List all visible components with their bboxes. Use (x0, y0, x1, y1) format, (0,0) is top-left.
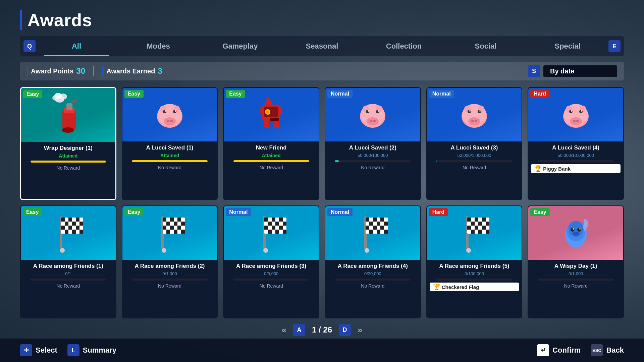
svg-point-37 (373, 120, 376, 122)
reward-section: No Reward (528, 283, 623, 289)
svg-rect-111 (366, 218, 369, 222)
progress-bar (436, 279, 512, 281)
tab-gameplay[interactable]: Gameplay (199, 36, 281, 56)
difficulty-badge: Easy (226, 90, 245, 98)
award-name: A Race among Friends (4) (335, 260, 411, 271)
svg-rect-102 (264, 226, 268, 230)
svg-rect-106 (275, 230, 279, 234)
award-card-0[interactable]: Easy Wrap Designer (1) Attained No Rewa (20, 87, 116, 200)
select-action: ✛ Select (20, 344, 57, 356)
award-card-5[interactable]: Hard A Lucci Saved (4) 50,000/10,000,000 (528, 87, 624, 200)
attained-text: Attained (59, 153, 77, 159)
award-card-8[interactable]: Normal A Race among Friends (3) 0/5,000 … (223, 205, 319, 318)
svg-rect-89 (177, 226, 181, 230)
svg-point-16 (163, 110, 166, 113)
svg-rect-137 (486, 230, 489, 234)
tab-modes[interactable]: Modes (117, 36, 199, 56)
tab-special[interactable]: Special (527, 36, 608, 56)
svg-rect-25 (260, 107, 264, 114)
award-points-value: 30 (76, 66, 85, 76)
svg-point-35 (367, 117, 379, 125)
svg-rect-72 (61, 226, 65, 230)
svg-point-63 (581, 110, 582, 112)
tab-all[interactable]: All (36, 36, 117, 56)
difficulty-badge: Easy (23, 90, 42, 98)
awards-earned-label: Awards Earned (106, 67, 155, 75)
nav-right-btn[interactable]: E (608, 40, 621, 52)
stat-bar-accent2 (102, 66, 104, 76)
nav-left-btn[interactable]: Q (23, 40, 36, 52)
progress-fill (233, 160, 309, 162)
svg-rect-28 (274, 121, 279, 128)
svg-point-108 (263, 248, 268, 253)
summary-btn[interactable]: L (67, 344, 79, 356)
svg-point-49 (468, 110, 471, 113)
tab-seasonal[interactable]: Seasonal (281, 36, 363, 56)
sort-section: S By date (528, 65, 617, 77)
svg-rect-115 (377, 222, 380, 226)
svg-rect-127 (475, 218, 478, 222)
award-card-3[interactable]: Normal A Lucci Saved (2) 50,000/100,000 (325, 87, 421, 200)
svg-rect-27 (264, 121, 269, 128)
page-title: Awards (28, 10, 92, 30)
award-name: A Race among Friends (2) (132, 260, 207, 271)
award-card-11[interactable]: Easy A Wispy Day (1) 0/1,000 No Reward (528, 205, 624, 318)
difficulty-badge: Easy (530, 208, 549, 216)
svg-rect-131 (486, 222, 489, 226)
svg-rect-104 (279, 226, 283, 230)
svg-point-59 (576, 120, 579, 122)
tab-social[interactable]: Social (445, 36, 527, 56)
progress-text: 50,000/100,000 (358, 153, 388, 158)
next-page-btn[interactable]: D (339, 324, 351, 336)
svg-rect-120 (369, 230, 373, 234)
progress-bar (233, 279, 309, 281)
award-card-1[interactable]: Easy A Lucci Saved (1) Attained (122, 87, 218, 200)
svg-rect-77 (79, 230, 83, 234)
svg-rect-116 (384, 222, 388, 226)
svg-point-19 (175, 110, 176, 112)
reward-section: No Reward (122, 283, 217, 289)
reward-name: Checkered Flag (442, 284, 479, 290)
select-icon: ✛ (20, 344, 32, 356)
sort-dropdown[interactable]: By date (543, 65, 617, 77)
award-card-6[interactable]: Easy A Race among Friends (1) 0/1 No Rew… (20, 205, 116, 318)
confirm-label: Confirm (552, 346, 581, 355)
reward-section: No Reward (325, 283, 420, 289)
svg-point-144 (573, 228, 574, 230)
tab-collection[interactable]: Collection (363, 36, 445, 56)
award-card-2[interactable]: Easy New Friend Attained No Rewa (223, 87, 319, 200)
svg-rect-76 (72, 230, 76, 234)
svg-rect-128 (482, 218, 486, 222)
svg-point-62 (571, 110, 572, 112)
svg-point-36 (370, 120, 372, 122)
award-card-4[interactable]: Normal A Lucci Saved (3) 50,000/1,000,00… (426, 87, 523, 200)
svg-rect-107 (283, 230, 286, 234)
summary-action: L Summary (67, 344, 116, 356)
progress-bar (335, 279, 411, 281)
reward-section: No Reward (21, 283, 116, 289)
progress-text: 0/1,000 (162, 271, 177, 277)
svg-rect-134 (482, 226, 486, 230)
progress-text: 0/1,000 (569, 271, 583, 277)
award-card-9[interactable]: Normal A Race among Friends (4) 0/20,000… (325, 205, 421, 318)
progress-fill (436, 160, 437, 162)
progress-bar (233, 160, 309, 162)
progress-bar (436, 160, 512, 162)
esc-icon[interactable]: ESC (591, 344, 603, 356)
difficulty-badge: Normal (226, 208, 251, 216)
svg-rect-29 (265, 101, 272, 106)
select-label: Select (36, 346, 57, 355)
award-card-7[interactable]: Easy A Race among Friends (2) 0/1,000 No… (122, 205, 218, 318)
back-action: ESC Back (591, 344, 624, 356)
svg-point-46 (468, 117, 480, 125)
award-card-10[interactable]: Hard A Race among Friends (5) 0/100,000 … (426, 205, 523, 318)
svg-point-142 (571, 228, 575, 232)
sort-btn[interactable]: S (528, 65, 540, 77)
svg-point-50 (478, 110, 481, 113)
svg-rect-126 (467, 218, 471, 222)
next-arrows: » (358, 325, 362, 335)
svg-point-143 (577, 228, 581, 232)
award-name: A Wispy Day (1) (552, 260, 600, 271)
prev-page-btn[interactable]: A (293, 324, 305, 336)
award-name: A Race among Friends (3) (233, 260, 309, 271)
